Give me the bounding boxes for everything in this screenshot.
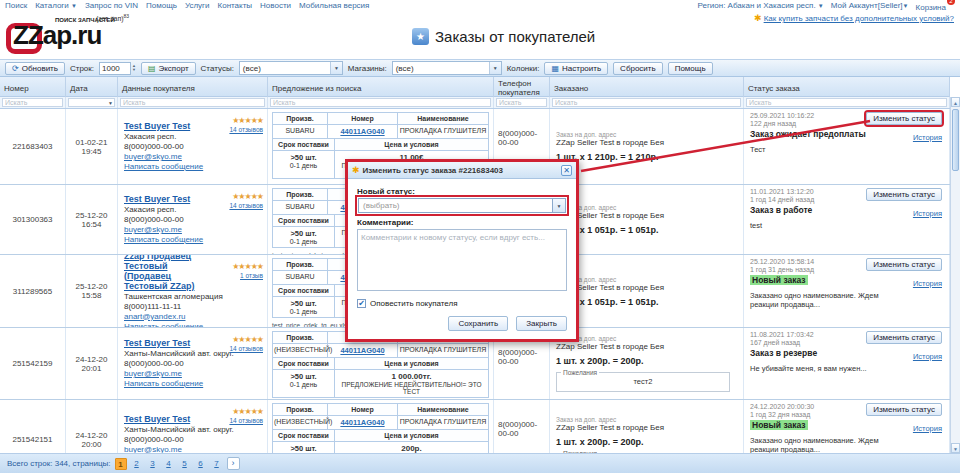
menu-item-catalogs[interactable]: Каталоги ▼ <box>35 1 77 10</box>
buyer-email-link[interactable]: buyer@skyo.me <box>124 369 261 379</box>
change-status-button[interactable]: Изменить статус <box>866 331 942 344</box>
part-number-link[interactable]: 44011AG040 <box>340 127 384 136</box>
page-button-1[interactable]: 1 <box>115 458 127 470</box>
menu-item-vin[interactable]: Запрос по VIN <box>85 1 138 10</box>
column-header-phone[interactable]: Телефон покупателя <box>494 77 550 99</box>
part-number-link[interactable]: 44011AG040 <box>340 418 384 427</box>
offer-availability: >50 шт.0-1 день <box>273 442 335 453</box>
rating-stars-icon: ★★★★★ <box>229 408 263 416</box>
shops-select[interactable]: (все)▼ <box>392 61 502 75</box>
write-message-link[interactable]: Написать сообщение <box>124 162 261 172</box>
scroll-down-icon[interactable]: ▼ <box>951 443 960 453</box>
chevron-down-icon: ▼ <box>903 3 909 9</box>
page-button-6[interactable]: 6 <box>195 458 207 470</box>
column-header-status[interactable]: Статус заказа <box>744 77 950 99</box>
history-link[interactable]: История <box>913 279 942 288</box>
filter-phone-input[interactable] <box>496 98 547 107</box>
offer-brand: SUBARU <box>273 271 328 284</box>
buyer-email-link[interactable]: anart@yandex.ru <box>124 312 261 322</box>
chevron-down-icon: ▼ <box>552 199 565 212</box>
statuses-select[interactable]: (все)▼ <box>239 61 343 75</box>
menu-item-contacts[interactable]: Контакты <box>218 1 253 10</box>
notify-checkbox[interactable]: ✔ <box>357 299 366 308</box>
write-message-link[interactable]: Написать сообщение <box>124 235 261 245</box>
region-selector[interactable]: Регион: Абакан и Хакасия респ. ▼ <box>697 1 823 10</box>
menu-item-news[interactable]: Новости <box>260 1 291 10</box>
promo-link[interactable]: Как купить запчасти без дополнительных у… <box>764 14 954 23</box>
close-button[interactable]: Закрыть <box>516 316 567 331</box>
reviews-link[interactable]: 14 отзывов <box>229 345 263 352</box>
buyer-email-link[interactable]: buyer@skyo.me <box>124 152 261 162</box>
filter-ordered-input[interactable] <box>552 98 741 107</box>
main-menu: Поиск Каталоги ▼ Запрос по VIN Помощь Ус… <box>5 1 369 10</box>
menu-item-help[interactable]: Помощь <box>146 1 177 10</box>
order-date: 25-12-20 16:54 <box>66 185 118 254</box>
configure-columns-button[interactable]: ▦Настроить <box>544 62 608 75</box>
buyer-email-link[interactable]: buyer@skyo.me <box>124 445 261 453</box>
filter-buyer-input[interactable] <box>120 98 265 107</box>
page-button-5[interactable]: 5 <box>179 458 191 470</box>
column-header-offer[interactable]: Предложение из поиска <box>268 77 494 99</box>
history-link[interactable]: История <box>913 424 942 433</box>
reviews-link[interactable]: 1 отзыв <box>240 272 263 279</box>
filter-number-input[interactable] <box>2 98 63 107</box>
reset-button[interactable]: Сбросить <box>613 62 663 75</box>
buyer-email-link[interactable]: buyer@skyo.me <box>124 225 261 235</box>
reviews-link[interactable]: 14 отзывов <box>229 126 263 133</box>
write-message-link[interactable]: Написать сообщение <box>124 379 261 389</box>
offer-brand: (НЕИЗВЕСТНЫЙ) <box>273 416 328 429</box>
filter-offer-input[interactable] <box>270 98 491 107</box>
scrollbar-thumb[interactable] <box>952 109 959 171</box>
rows-count-input[interactable] <box>99 62 131 75</box>
column-header-number[interactable]: Номер <box>0 77 66 99</box>
status-comment: Заказано одно наименование. Ждем реакции… <box>750 291 880 309</box>
export-button[interactable]: ▤Экспорт <box>141 62 196 75</box>
next-page-icon[interactable]: › <box>227 457 240 470</box>
shops-label: Магазины: <box>348 64 387 73</box>
help-button[interactable]: Помощь <box>668 62 713 75</box>
change-status-button[interactable]: Изменить статус <box>866 258 942 271</box>
reviews-link[interactable]: 14 отзывов <box>229 202 263 209</box>
page-button-7[interactable]: 7 <box>211 458 223 470</box>
pagination-total: Всего строк: 344, страницы: <box>7 459 111 468</box>
spinner-arrows-icon[interactable]: ▲▼ <box>132 64 136 72</box>
menu-item-services[interactable]: Услуги <box>185 1 210 10</box>
page-button-2[interactable]: 2 <box>131 458 143 470</box>
delivery-note: Заказ на доп. адрес <box>556 416 737 423</box>
page-button-3[interactable]: 3 <box>147 458 159 470</box>
scroll-up-icon[interactable]: ▲ <box>951 97 960 107</box>
menu-item-mobile[interactable]: Мобильная версия <box>299 1 369 10</box>
change-status-button[interactable]: Изменить статус <box>866 188 942 201</box>
dialog-title: Изменить статус заказа #221683403 <box>363 166 558 175</box>
cart-link[interactable]: Корзина2 <box>916 0 955 11</box>
history-link[interactable]: История <box>913 352 942 361</box>
column-header-date[interactable]: Дата <box>66 77 118 99</box>
page-button-4[interactable]: 4 <box>163 458 175 470</box>
column-header-buyer[interactable]: Данные покупателя <box>118 77 268 99</box>
close-icon[interactable]: ✕ <box>561 165 572 176</box>
refresh-button[interactable]: ⟳Обновить <box>5 62 65 75</box>
filter-status-input[interactable] <box>746 98 947 107</box>
save-button[interactable]: Сохранить <box>448 316 508 331</box>
new-status-select[interactable]: (выбрать) ▼ <box>358 198 566 213</box>
reviews-link[interactable]: 14 отзывов <box>229 417 263 424</box>
vertical-scrollbar[interactable]: ▲ ▼ <box>950 97 960 453</box>
history-link[interactable]: История <box>913 209 942 218</box>
change-status-button[interactable]: Изменить статус <box>866 403 942 416</box>
account-menu[interactable]: Мой Аккаунт[Seller]▼ <box>831 1 909 10</box>
change-status-button[interactable]: Изменить статус <box>866 112 942 125</box>
history-link[interactable]: История <box>913 133 942 142</box>
dialog-header[interactable]: ✱ Изменить статус заказа #221683403 ✕ <box>348 162 576 179</box>
top-menu-bar: Поиск Каталоги ▼ Запрос по VIN Помощь Ус… <box>0 0 960 11</box>
new-status-label: Новый статус: <box>357 187 567 196</box>
ordered-cell: Заказ на доп. адрес ZZap Seller Test в г… <box>550 328 744 399</box>
buyer-phone: 8(000)000-00-00 <box>124 142 261 152</box>
filter-date-select[interactable]: ▼ <box>68 98 115 107</box>
part-number-link[interactable]: 44011AG040 <box>340 346 384 355</box>
delivery-note: Заказ на доп. адрес <box>556 335 737 342</box>
write-message-link[interactable]: Написать сообщение <box>124 322 261 328</box>
menu-item-search[interactable]: Поиск <box>5 1 27 10</box>
ordered-cell: Заказ на доп. адрес ZZap Seller Test в г… <box>550 255 744 327</box>
comments-textarea[interactable] <box>357 229 567 291</box>
column-header-ordered[interactable]: Заказано <box>550 77 744 99</box>
